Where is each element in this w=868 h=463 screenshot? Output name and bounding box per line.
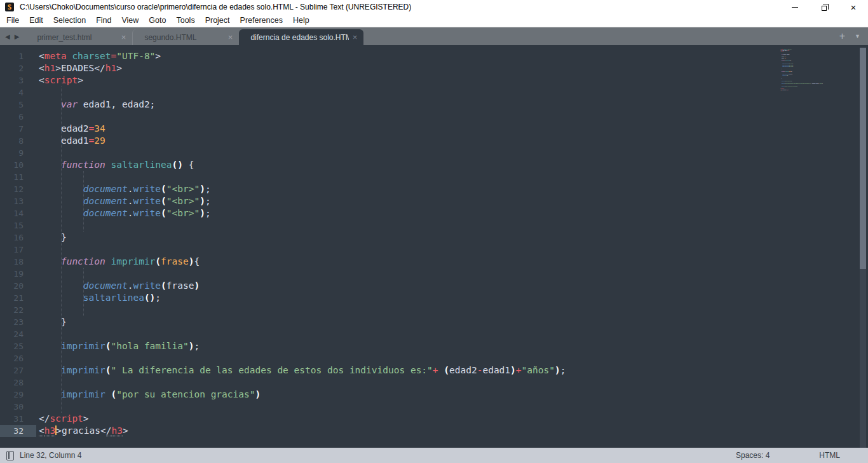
code-line: document.write("<br>");: [39, 207, 868, 219]
tab-overflow-icon[interactable]: ▼: [855, 34, 860, 39]
line-number: 32: [0, 425, 36, 437]
line-number: 28: [0, 377, 36, 389]
code-line: document.write("<br>");: [39, 195, 868, 207]
line-number: 13: [0, 195, 36, 207]
code-line: document.write("<br>");: [39, 183, 868, 195]
line-number: 19: [0, 268, 36, 280]
editor: 1234567891011121314151617181920212223242…: [0, 45, 868, 448]
line-number: 14: [0, 207, 36, 219]
indent-guide: [61, 86, 62, 413]
close-icon: ×: [851, 3, 857, 12]
menu-view[interactable]: View: [116, 16, 144, 25]
title-bar: S C:\Users\Choko\Documents\curso oracle\…: [0, 0, 868, 14]
line-number: 7: [0, 123, 36, 135]
line-number: 26: [0, 352, 36, 364]
menu-find[interactable]: Find: [91, 16, 116, 25]
close-button[interactable]: ×: [839, 0, 868, 14]
scrollbar-track: [860, 48, 866, 448]
tab-close-icon[interactable]: ×: [228, 32, 233, 42]
code-line: </script>: [39, 413, 868, 425]
menu-project[interactable]: Project: [200, 16, 235, 25]
menu-edit[interactable]: Edit: [24, 16, 48, 25]
scrollbar-thumb[interactable]: [860, 48, 866, 269]
back-icon[interactable]: ◀: [5, 33, 10, 40]
code-line: [39, 268, 868, 280]
code-line: [39, 171, 868, 183]
code-line: [39, 401, 868, 413]
tab-label: primer_test.html: [37, 33, 117, 42]
code-line: <h1>EDADES</h1>: [39, 62, 868, 74]
code-line: saltarlinea();: [39, 292, 868, 304]
indent-guide: [83, 268, 84, 316]
tab-label: diferncia de edades solo.HTML: [250, 33, 348, 42]
syntax-setting[interactable]: HTML: [819, 451, 840, 460]
minimap[interactable]: <meta charset="UTF-8"><h1>EDADES</h1><sc…: [780, 48, 839, 439]
menu-tools[interactable]: Tools: [171, 16, 200, 25]
tab-bar: ◀ ▶ primer_test.html×segundo.HTML×difern…: [0, 27, 868, 45]
line-number: 31: [0, 413, 36, 425]
window-controls: ×: [780, 0, 868, 14]
code-line: document.write(frase): [39, 280, 868, 292]
sublime-logo-icon: S: [5, 3, 14, 11]
line-number: 12: [0, 183, 36, 195]
tab-label: segundo.HTML: [144, 33, 224, 42]
line-number: 4: [0, 86, 36, 99]
tab-actions: + ▼: [839, 27, 868, 45]
code-line: function saltarlinea() {: [39, 159, 868, 171]
code-line: [39, 304, 868, 316]
minimize-icon: [792, 7, 798, 8]
indent-setting[interactable]: Spaces: 4: [736, 451, 770, 460]
line-number: 3: [0, 74, 36, 86]
minimap-content: <meta charset="UTF-8"><h1>EDADES</h1><sc…: [780, 48, 839, 91]
menu-file[interactable]: File: [1, 16, 24, 25]
menu-goto[interactable]: Goto: [144, 16, 171, 25]
code-line: [39, 219, 868, 232]
line-number: 20: [0, 280, 36, 292]
line-number: 25: [0, 340, 36, 352]
tab-diferncia-de-edades-solo-html[interactable]: diferncia de edades solo.HTML×: [239, 29, 363, 45]
status-bar: Line 32, Column 4 Spaces: 4 HTML: [0, 448, 868, 463]
editor-surface[interactable]: <meta charset="UTF-8"><h1>EDADES</h1><sc…: [36, 45, 868, 448]
line-number: 29: [0, 389, 36, 401]
line-number: 18: [0, 256, 36, 268]
line-number: 9: [0, 147, 36, 159]
sidebar-toggle-icon[interactable]: [6, 451, 14, 460]
menu-help[interactable]: Help: [288, 16, 315, 25]
code-line: }: [39, 232, 868, 244]
code-lines: <meta charset="UTF-8"><h1>EDADES</h1><sc…: [39, 50, 868, 437]
sublime-window: S C:\Users\Choko\Documents\curso oracle\…: [0, 0, 868, 463]
tab-close-icon[interactable]: ×: [353, 32, 358, 42]
window-title: C:\Users\Choko\Documents\curso oracle\pr…: [20, 3, 411, 11]
menu-selection[interactable]: Selection: [48, 16, 91, 25]
line-number: 11: [0, 171, 36, 183]
line-number: 10: [0, 159, 36, 171]
line-number: 22: [0, 304, 36, 316]
menu-preferences[interactable]: Preferences: [235, 16, 288, 25]
line-number: 5: [0, 99, 36, 111]
tab-close-icon[interactable]: ×: [121, 32, 126, 42]
code-line: var edad1, edad2;: [39, 99, 868, 111]
forward-icon[interactable]: ▶: [15, 33, 20, 40]
code-line: [39, 111, 868, 123]
code-line: [39, 352, 868, 364]
code-line: [39, 244, 868, 256]
code-line: }: [39, 316, 868, 328]
gutter: 1234567891011121314151617181920212223242…: [0, 45, 36, 448]
line-number: 17: [0, 244, 36, 256]
restore-button[interactable]: [810, 0, 839, 14]
tab-strip: primer_test.html×segundo.HTML×diferncia …: [25, 27, 363, 45]
code-line: edad1=29: [39, 135, 868, 147]
code-line: [39, 377, 868, 389]
minimize-button[interactable]: [780, 0, 810, 14]
line-number: 23: [0, 316, 36, 328]
line-number: 8: [0, 135, 36, 147]
tab-segundo-html[interactable]: segundo.HTML×: [132, 29, 239, 45]
tab-primer-test-html[interactable]: primer_test.html×: [25, 29, 132, 45]
menu-bar: FileEditSelectionFindViewGotoToolsProjec…: [0, 14, 868, 27]
line-number: 16: [0, 232, 36, 244]
new-tab-icon[interactable]: +: [839, 31, 845, 41]
line-number: 15: [0, 219, 36, 232]
line-number: 24: [0, 328, 36, 340]
code-line: <script>: [39, 74, 868, 86]
code-line: [39, 328, 868, 340]
